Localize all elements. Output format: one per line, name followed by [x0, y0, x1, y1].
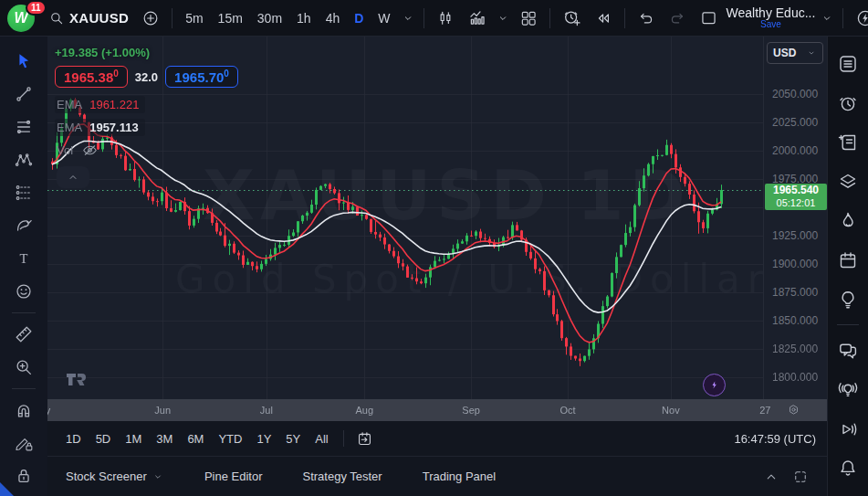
ema-legend-row[interactable]: EMA 1957.113: [55, 119, 145, 136]
server-clock[interactable]: 16:47:59 (UTC): [734, 432, 816, 446]
sidebar-ideas-stream-button[interactable]: [832, 375, 863, 406]
sidebar-ideas-button[interactable]: [832, 284, 863, 315]
range-1d[interactable]: 1D: [58, 428, 89, 449]
range-6m[interactable]: 6M: [180, 428, 211, 449]
layout-grid-button[interactable]: [513, 4, 544, 33]
go-to-date-button[interactable]: [351, 427, 378, 451]
time-axis[interactable]: MayJunJulAugSepOctNov27: [47, 399, 827, 421]
xabcd-pattern-tool-button[interactable]: [7, 144, 40, 175]
ema-legend-row[interactable]: EMA 1961.221: [55, 96, 145, 113]
tab-pine-editor[interactable]: Pine Editor: [204, 470, 263, 483]
price-tick: 1900.000: [772, 258, 818, 270]
currency-select[interactable]: USD: [767, 42, 823, 64]
layout-title[interactable]: Wealthy Educ... Save: [727, 6, 816, 29]
tab-stock-screener[interactable]: Stock Screener: [66, 470, 164, 483]
tradingview-logo[interactable]: [66, 373, 93, 386]
replay-rewind-icon: [594, 9, 612, 27]
time-tick: May: [47, 405, 50, 416]
brush-tool-button[interactable]: [7, 210, 40, 241]
chart-style-button[interactable]: [430, 4, 461, 33]
magnet-icon: [14, 400, 34, 420]
symbol-search-button[interactable]: XAUUSD: [42, 4, 135, 33]
sidebar-notes-plus-button[interactable]: [832, 127, 863, 158]
range-5y[interactable]: 5Y: [278, 428, 308, 449]
sidebar-watchlist-button[interactable]: [832, 48, 863, 79]
undo-icon: [637, 9, 655, 27]
axis-settings-gear-icon[interactable]: [786, 402, 801, 417]
collapse-legend-button[interactable]: [57, 166, 89, 188]
maximize-panel-button[interactable]: [792, 469, 809, 485]
timeframe-15m[interactable]: 15m: [211, 5, 250, 32]
change-text: +19.385 (+1.00%): [55, 46, 238, 59]
ask-price-box[interactable]: 1965.700: [165, 66, 238, 88]
text-tool-button[interactable]: T: [7, 243, 40, 274]
chevron-down-icon: [401, 11, 415, 26]
layout-box-icon: [699, 8, 718, 27]
indicators-menu-button[interactable]: [493, 4, 513, 33]
trend-line-tool-button[interactable]: [7, 79, 40, 110]
tab-strategy-tester[interactable]: Strategy Tester: [302, 470, 382, 483]
redo-button[interactable]: [662, 4, 693, 33]
sidebar-hotlists-button[interactable]: [832, 206, 863, 237]
watchlist-icon: [837, 53, 859, 75]
fib-retracement-tool-button[interactable]: [7, 111, 40, 142]
candlestick-icon: [436, 9, 455, 27]
layout-menu-button[interactable]: [817, 4, 837, 33]
zoom-in-tool-button[interactable]: [7, 352, 40, 383]
indicators-button[interactable]: [461, 4, 493, 33]
forecast-tool-button[interactable]: [7, 177, 40, 208]
bar-replay-button[interactable]: [588, 4, 619, 33]
time-tick: Sep: [462, 405, 480, 416]
range-1m[interactable]: 1M: [118, 428, 149, 449]
timeframe-W[interactable]: W: [371, 5, 397, 32]
sidebar-streams-button[interactable]: [832, 414, 863, 445]
range-ytd[interactable]: YTD: [211, 428, 249, 449]
date-range-bar: 1D5D1M3M6MYTD1Y5YAll 16:47:59 (UTC): [47, 421, 827, 457]
right-sidebar: [827, 37, 868, 496]
divider: [12, 388, 36, 389]
ideas-stream-icon: [837, 379, 859, 401]
divider: [343, 430, 344, 447]
undo-button[interactable]: [631, 4, 662, 33]
bid-price-box[interactable]: 1965.380: [55, 66, 128, 88]
boost-flash-button[interactable]: [703, 374, 726, 396]
sidebar-alerts-button[interactable]: [832, 88, 863, 119]
price-scale[interactable]: USD 1965.540 05:12:01 2050.0002025.00020…: [763, 37, 827, 399]
tab-trading-panel[interactable]: Trading Panel: [423, 470, 496, 483]
range-1y[interactable]: 1Y: [249, 428, 278, 449]
emoji-tool-button[interactable]: [7, 276, 40, 307]
range-all[interactable]: All: [308, 428, 335, 449]
chart-pane[interactable]: +19.385 (+1.00%) 1965.380 32.0 1965.700 …: [47, 37, 763, 399]
notification-badge: 11: [26, 0, 47, 16]
save-button[interactable]: Save: [760, 20, 781, 30]
price-tick: 1850.000: [772, 314, 818, 327]
ideas-icon: [837, 289, 859, 311]
timeframe-D[interactable]: D: [347, 5, 371, 32]
timeframe-menu-button[interactable]: [398, 4, 418, 33]
magnet-tool-button[interactable]: [7, 395, 40, 426]
sidebar-notifications-button[interactable]: [832, 453, 863, 484]
chevron-down-icon: [806, 47, 817, 58]
create-alert-button[interactable]: [556, 4, 588, 33]
range-5d[interactable]: 5D: [89, 428, 119, 449]
eye-hidden-icon[interactable]: [81, 142, 99, 159]
layout-button[interactable]: [693, 4, 725, 33]
timeframe-5m[interactable]: 5m: [178, 5, 210, 32]
compare-add-button[interactable]: [135, 4, 166, 33]
divider: [12, 312, 36, 313]
price-tick: 2000.000: [772, 144, 818, 157]
expand-panel-button[interactable]: [763, 469, 779, 485]
sidebar-chat-button[interactable]: [832, 335, 863, 366]
logo[interactable]: W 11: [0, 0, 42, 37]
quick-actions-button[interactable]: [849, 4, 868, 33]
timeframe-1h[interactable]: 1h: [289, 5, 319, 32]
sidebar-calendar-button[interactable]: [832, 245, 863, 276]
cursor-tool-button[interactable]: [7, 46, 40, 77]
ruler-tool-button[interactable]: [7, 319, 40, 350]
timeframe-4h[interactable]: 4h: [319, 5, 348, 32]
sidebar-object-tree-button[interactable]: [832, 166, 863, 197]
timeframe-30m[interactable]: 30m: [250, 5, 289, 32]
range-3m[interactable]: 3M: [149, 428, 180, 449]
drawing-lock-tool-button[interactable]: [7, 427, 40, 459]
volume-legend-row[interactable]: Vol: [57, 142, 238, 159]
